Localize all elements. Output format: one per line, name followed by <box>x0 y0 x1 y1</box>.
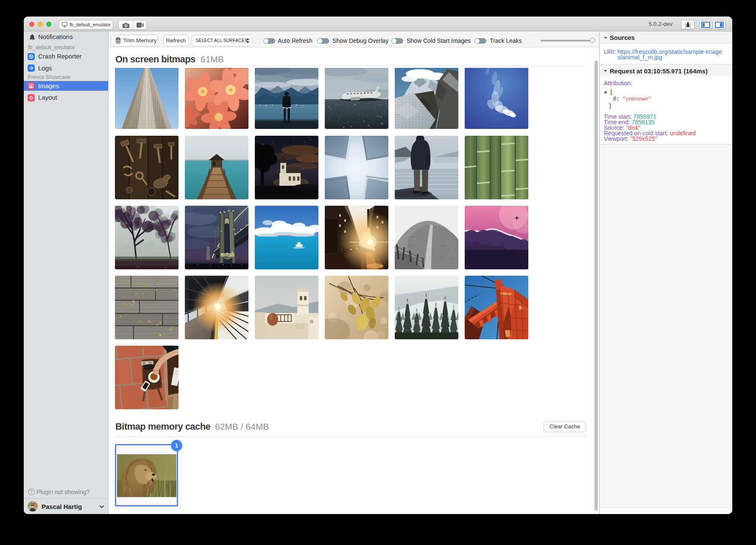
svg-text:?: ? <box>30 489 33 495</box>
